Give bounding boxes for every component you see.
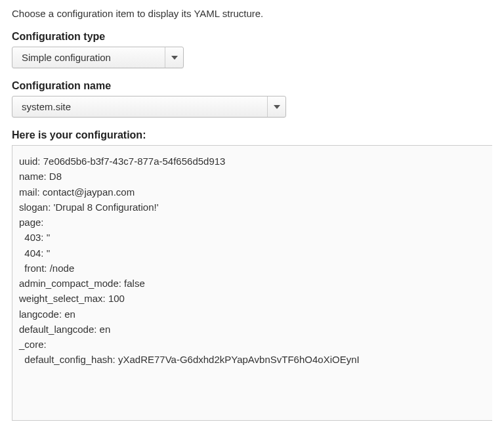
intro-text: Choose a configuration item to display i… [12, 8, 492, 19]
config-name-group: Configuration name system.site [12, 80, 492, 118]
config-name-label: Configuration name [12, 80, 492, 92]
config-type-select[interactable]: Simple configuration [12, 47, 183, 68]
config-type-group: Configuration type Simple configuration [12, 31, 492, 68]
config-name-select-wrapper: system.site [12, 96, 286, 118]
config-name-select[interactable]: system.site [12, 96, 285, 117]
config-type-label: Configuration type [12, 31, 492, 43]
config-type-select-wrapper: Simple configuration [12, 47, 184, 68]
yaml-output: uuid: 7e06d5b6-b3f7-43c7-877a-54f656d5d9… [12, 145, 492, 421]
output-label: Here is your configuration: [12, 129, 492, 141]
output-group: Here is your configuration: uuid: 7e06d5… [12, 129, 492, 421]
